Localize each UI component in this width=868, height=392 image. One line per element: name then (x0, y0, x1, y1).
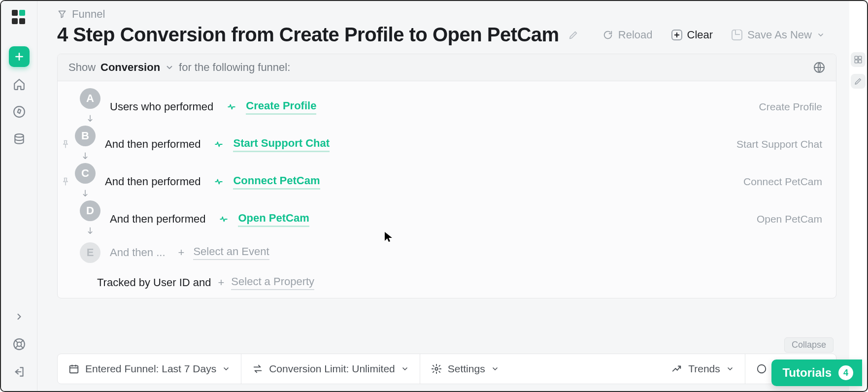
edit-toggle-button[interactable] (851, 74, 866, 89)
reload-icon (602, 30, 613, 40)
plus-icon (14, 52, 24, 62)
arrow-down-icon (81, 187, 90, 200)
breadcrumb-label: Funnel (72, 8, 105, 21)
pin-icon (61, 139, 70, 149)
select-property[interactable]: Select a Property (231, 275, 314, 290)
nav-logout[interactable] (9, 361, 30, 382)
home-icon (13, 78, 26, 91)
tutorials-label: Tutorials (782, 366, 832, 380)
nav-explore[interactable] (9, 101, 30, 122)
funnel-step: BAnd then performedStart Support ChatSta… (61, 126, 825, 163)
step-event[interactable]: Open PetCam (238, 212, 309, 227)
lifebuoy-icon (13, 338, 26, 351)
create-new-button[interactable] (9, 46, 30, 67)
chevron-down-icon (726, 365, 734, 373)
conversion-limit-selector[interactable]: Conversion Limit: Unlimited (241, 354, 420, 384)
swap-icon (252, 363, 263, 374)
chevron-down-icon (165, 63, 174, 72)
layout-toggle-button[interactable] (851, 52, 866, 67)
funnel-step: DAnd then performedOpen PetCamOpen PetCa… (61, 200, 825, 238)
nav-expand[interactable] (9, 306, 30, 327)
pulse-icon (214, 140, 223, 149)
step-letter: A (80, 88, 100, 109)
date-range-selector[interactable]: Entered Funnel: Last 7 Days (58, 354, 241, 384)
step-event[interactable]: Connect PetCam (233, 174, 320, 190)
step-letter: C (75, 163, 96, 184)
cursor-icon (384, 231, 393, 242)
database-icon (13, 133, 26, 146)
breadcrumb[interactable]: Funnel (57, 8, 830, 21)
clear-plus-icon (671, 30, 682, 40)
edit-icon (854, 77, 863, 86)
nav-data[interactable] (9, 129, 30, 150)
chevron-down-icon (817, 31, 825, 39)
funnel-steps: AUsers who performedCreate ProfileCreate… (58, 81, 836, 267)
step-lead: And then performed (105, 175, 200, 188)
collapse-button[interactable]: Collapse (784, 337, 834, 353)
step-event[interactable]: Create Profile (246, 99, 316, 115)
svg-rect-7 (859, 60, 862, 63)
step-letter: D (80, 200, 100, 221)
svg-point-10 (435, 367, 438, 370)
pulse-icon (227, 102, 236, 111)
step-name-label[interactable]: Create Profile (759, 101, 822, 113)
chevron-down-icon (491, 365, 499, 373)
step-name-label[interactable]: Open PetCam (757, 213, 822, 225)
query-builder-panel: Show Conversion for the following funnel… (57, 54, 836, 298)
step-name-label[interactable]: Connect PetCam (743, 176, 822, 188)
pencil-icon (568, 30, 579, 40)
tutorials-count: 4 (838, 365, 853, 380)
rename-button[interactable] (568, 30, 579, 40)
gear-icon (431, 363, 442, 374)
global-filter-button[interactable] (813, 62, 825, 73)
nav-home[interactable] (9, 74, 30, 95)
arrow-down-icon (81, 149, 90, 163)
pin-icon (61, 177, 70, 187)
tutorials-pill[interactable]: Tutorials 4 (771, 359, 862, 386)
calendar-icon (68, 363, 79, 374)
query-show-label: Show (68, 61, 96, 74)
pulse-icon (219, 215, 228, 224)
funnel-step-placeholder: EAnd then ...+Select an Event (61, 238, 825, 267)
logout-icon (13, 365, 26, 378)
chevron-down-icon (401, 365, 409, 373)
save-as-new-button[interactable]: Save As New (727, 26, 830, 44)
step-name-label[interactable]: Start Support Chat (736, 138, 822, 150)
step-event[interactable]: Start Support Chat (233, 137, 330, 152)
left-nav-rail (1, 1, 37, 391)
step-letter: B (75, 126, 96, 146)
svg-rect-4 (855, 56, 858, 59)
trend-icon (671, 363, 682, 374)
nav-help[interactable] (9, 334, 30, 355)
query-head: Show Conversion for the following funnel… (58, 54, 836, 81)
compass-icon (13, 105, 26, 118)
save-icon (732, 30, 742, 40)
main-area: Funnel 4 Step Conversion from Create Pro… (37, 1, 849, 391)
page-title: 4 Step Conversion from Create Profile to… (57, 24, 559, 46)
metric-selector[interactable]: Conversion (100, 61, 160, 74)
tracked-row: Tracked by User ID and + Select a Proper… (58, 267, 836, 298)
clear-button[interactable]: Clear (667, 26, 718, 44)
settings-selector[interactable]: Settings (420, 354, 510, 384)
bottom-toolbar: Entered Funnel: Last 7 Days Conversion L… (57, 354, 836, 384)
globe-icon (813, 62, 825, 73)
right-mini-rail (849, 1, 867, 99)
app-logo (12, 10, 27, 25)
svg-rect-6 (855, 60, 858, 63)
step-lead: And then ... (110, 246, 166, 259)
settings-label: Settings (448, 363, 485, 375)
step-lead: Users who performed (110, 100, 213, 113)
select-event[interactable]: Select an Event (193, 245, 269, 260)
step-letter: E (80, 242, 100, 263)
drag-handle[interactable] (61, 177, 70, 187)
trends-selector[interactable]: Trends (661, 354, 745, 384)
page-header: Funnel 4 Step Conversion from Create Pro… (37, 1, 849, 46)
grid-icon (854, 55, 863, 64)
svg-point-1 (15, 134, 23, 137)
svg-point-11 (758, 365, 766, 373)
drag-handle[interactable] (61, 139, 70, 149)
query-suffix-label: for the following funnel: (179, 61, 290, 74)
chevron-down-icon (222, 365, 230, 373)
reload-button[interactable]: Reload (598, 26, 658, 44)
svg-rect-9 (70, 366, 78, 373)
